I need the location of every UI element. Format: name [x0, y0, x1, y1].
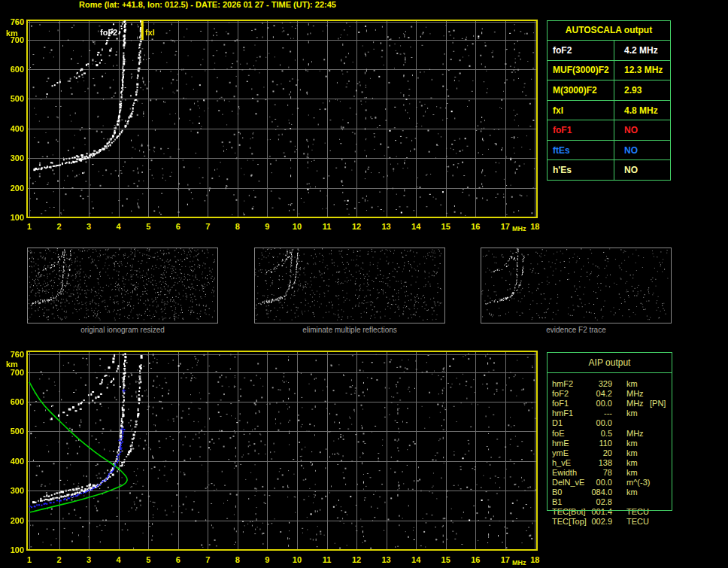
thumbnail-original-ionogram — [27, 248, 218, 323]
aip-row-unit: km — [626, 488, 638, 497]
aip-row-value: 00.0 — [552, 399, 612, 409]
x-tick-label: 15 — [438, 222, 454, 231]
autoscala-row-value: NO — [614, 120, 670, 140]
y-tick-label: 700 — [3, 368, 24, 377]
y-tick-label: 600 — [3, 65, 24, 74]
aip-row-unit: MHz — [626, 429, 644, 439]
x-tick-label: 14 — [408, 555, 424, 564]
x-tick-label: 17 — [497, 222, 514, 231]
autoscala-row-value: 2.93 — [614, 80, 670, 100]
ionogram-bottom-x-unit-label: MHz — [512, 559, 526, 566]
aip-row: B0084.0km — [547, 488, 682, 497]
y-tick-label: 400 — [3, 457, 24, 466]
x-tick-label: 2 — [51, 555, 68, 564]
aip-row-value: 084.0 — [552, 488, 612, 497]
thumbnail-original-caption: original ionogram resized — [27, 326, 218, 334]
aip-row-value: 0.5 — [552, 429, 612, 439]
y-tick-label: 500 — [3, 427, 24, 436]
autoscala-row-label: h'Es — [548, 160, 614, 180]
x-tick-label: 13 — [378, 555, 395, 564]
aip-row: foF100.0MHz[PN] — [547, 399, 682, 409]
aip-row-value: 02.8 — [552, 497, 612, 507]
aip-row-value: 110 — [552, 439, 612, 448]
x-tick-label: 6 — [170, 555, 187, 564]
autoscala-row: foF1NO — [548, 120, 670, 140]
aip-row: hmE110km — [547, 439, 682, 448]
autoscala-row-label: foF2 — [548, 41, 614, 60]
x-tick-label: 4 — [111, 222, 127, 231]
x-tick-label: 3 — [80, 222, 97, 231]
aip-row-value: 00.0 — [552, 418, 612, 428]
x-tick-label: 11 — [319, 222, 335, 231]
thumbnail-eliminate-reflections — [254, 248, 445, 323]
thumbnail-original-canvas — [28, 248, 216, 321]
autoscala-screen: { "header": { "title": "Rome (lat: +41.8… — [0, 0, 728, 568]
aip-row-unit: m^(-3) — [626, 478, 650, 488]
aip-row: hmF2329km — [547, 379, 682, 389]
autoscala-row-value: 4.2 MHz — [614, 41, 670, 60]
y-tick-label: 200 — [3, 184, 24, 193]
y-tick-label: 600 — [3, 397, 24, 406]
autoscala-row-label: foF1 — [548, 120, 614, 140]
autoscala-row-value: NO — [614, 160, 670, 180]
x-tick-label: 12 — [348, 222, 365, 231]
aip-row-unit: km — [626, 448, 638, 458]
autoscala-rows: foF24.2 MHzMUF(3000)F212.3 MHzM(3000)F22… — [548, 40, 670, 180]
thumbnail-eliminate-caption: eliminate multiple reflections — [254, 326, 445, 334]
y-tick-label: 400 — [3, 124, 24, 133]
ionogram-bottom-canvas — [26, 351, 538, 551]
y-tick-label: 100 — [3, 545, 24, 554]
aip-row-value: 002.9 — [552, 517, 612, 527]
page-title: Rome (lat: +41.8, lon: 012.5) - DATE: 20… — [0, 0, 415, 9]
aip-row-value: 00.0 — [552, 478, 612, 488]
x-tick-label: 7 — [199, 555, 216, 564]
aip-row-value: 329 — [552, 379, 612, 389]
x-tick-label: 10 — [289, 222, 305, 231]
aip-row-value: 78 — [552, 468, 612, 478]
autoscala-row: h'EsNO — [548, 159, 670, 180]
x-tick-label: 3 — [80, 555, 97, 564]
aip-row-value: 04.2 — [552, 389, 612, 399]
y-tick-label: 760 — [3, 350, 24, 359]
aip-row: ymE20km — [547, 448, 682, 458]
aip-row-value: 001.4 — [552, 507, 612, 517]
aip-row: D100.0 — [547, 418, 682, 428]
x-tick-label: 12 — [348, 555, 365, 564]
autoscala-panel-title: AUTOSCALA output — [548, 21, 670, 40]
aip-row-unit: TECU — [626, 517, 649, 527]
x-tick-label: 17 — [497, 555, 514, 564]
aip-row-unit: km — [626, 379, 638, 389]
x-tick-label: 9 — [259, 222, 275, 231]
aip-row-unit: km — [626, 439, 638, 448]
autoscala-row-label: MUF(3000)F2 — [548, 61, 614, 80]
aip-row-unit: MHz — [626, 399, 644, 409]
autoscala-row: ftEsNO — [548, 140, 670, 160]
aip-row-value: 138 — [552, 458, 612, 468]
aip-row: DelN_vE00.0m^(-3) — [547, 478, 682, 488]
aip-row-value: 20 — [552, 448, 612, 458]
y-tick-label: 200 — [3, 516, 24, 525]
aip-row-unit: TECU — [626, 507, 649, 517]
thumbnail-evidence-f2 — [481, 248, 672, 323]
thumbnail-evidence-caption: evidence F2 trace — [481, 326, 672, 334]
autoscala-output-panel: AUTOSCALA output foF24.2 MHzMUF(3000)F21… — [547, 20, 671, 181]
y-tick-label: 100 — [3, 213, 24, 222]
autoscala-row-value: 4.8 MHz — [614, 101, 670, 120]
x-tick-label: 2 — [51, 222, 68, 231]
aip-row-unit: MHz — [626, 389, 644, 399]
autoscala-row-label: fxI — [548, 101, 614, 120]
autoscala-row-label: M(3000)F2 — [548, 80, 614, 100]
x-tick-label: 10 — [289, 555, 305, 564]
x-tick-label: 8 — [229, 555, 246, 564]
aip-row-unit: km — [626, 468, 638, 478]
autoscala-row: fxI4.8 MHz — [548, 100, 670, 120]
x-tick-label: 11 — [319, 555, 335, 564]
y-tick-label: 500 — [3, 94, 24, 103]
y-tick-label: 760 — [3, 17, 24, 26]
x-tick-label: 1 — [21, 555, 38, 564]
autoscala-row: M(3000)F22.93 — [548, 80, 670, 100]
aip-row: Ewidth78km — [547, 468, 682, 478]
autoscala-row-label: ftEs — [548, 141, 614, 160]
x-tick-label: 14 — [408, 222, 424, 231]
aip-row-unit: km — [626, 458, 638, 468]
